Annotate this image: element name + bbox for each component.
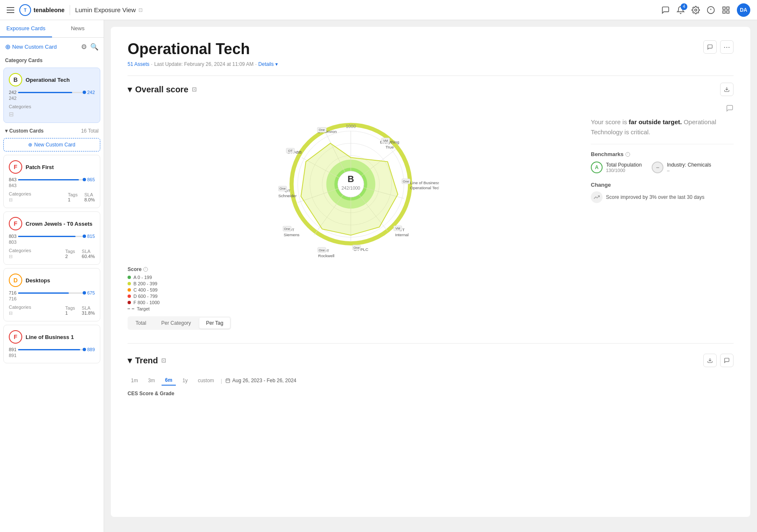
legend-f: F 800 - 1000 <box>128 300 574 305</box>
card-name-cj: Crown Jewels - T0 Assets <box>26 221 92 227</box>
legend-dot-c <box>128 288 131 292</box>
score-current-pf: 865 <box>87 177 95 182</box>
svg-text:Internal: Internal <box>395 232 408 237</box>
logo-text: tenableone <box>34 7 65 13</box>
notification-badge: 4 <box>681 3 687 10</box>
chat-icon-btn[interactable] <box>661 6 670 14</box>
tab-total[interactable]: Total <box>129 318 153 329</box>
time-btn-6m[interactable]: 6m <box>162 376 175 386</box>
new-custom-card-link[interactable]: ⊕ New Custom Card <box>5 43 57 51</box>
download-trend-button[interactable] <box>703 354 717 367</box>
svg-text:One: One <box>353 246 360 250</box>
score-prev-desktops: 716 <box>9 290 16 295</box>
tab-exposure-cards[interactable]: Exposure Cards <box>0 20 52 37</box>
time-btn-1y[interactable]: 1y <box>179 376 191 385</box>
feedback-icon[interactable] <box>726 104 734 114</box>
legend-b: B 200 - 399 <box>128 281 574 286</box>
header-actions: ⋯ <box>703 40 734 54</box>
new-custom-card-button[interactable]: ⊕ New Custom Card <box>3 138 100 151</box>
edit-title-icon[interactable]: ⊡ <box>138 7 143 13</box>
search-sidebar-icon[interactable]: 🔍 <box>90 43 99 51</box>
sidebar-card-patch-first[interactable]: F Patch First 843 865 843 Categories ⊟ <box>3 155 100 208</box>
svg-text:One: One <box>284 227 290 231</box>
tags-val-cj: 2 <box>65 254 75 259</box>
tenable-logo-icon: T <box>19 4 31 16</box>
radar-chart: B 242/1000 1000 OT Omron One Everything <box>263 104 439 260</box>
tab-per-category[interactable]: Per Category <box>154 318 198 329</box>
legend-dot-b <box>128 282 131 285</box>
tab-news[interactable]: News <box>52 20 104 37</box>
svg-text:Rockwell: Rockwell <box>318 253 334 258</box>
tags-val-pf: 1 <box>68 197 78 202</box>
assets-link[interactable]: 51 Assets <box>128 61 149 67</box>
settings-icon-btn[interactable] <box>692 6 700 14</box>
main-inner: Operational Tech ⋯ 51 Assets · Last Upda… <box>111 27 750 517</box>
card-name-lob1: Line of Business 1 <box>26 334 74 340</box>
trend-controls: 1m 3m 6m 1y custom | Aug 26, 2023 - Feb … <box>128 376 734 386</box>
svg-text:1000: 1000 <box>346 124 356 129</box>
tab-per-tag[interactable]: Per Tag <box>199 318 230 329</box>
download-overall-button[interactable] <box>720 83 734 96</box>
user-avatar[interactable]: DA <box>737 3 750 17</box>
main-layout: Exposure Cards News ⊕ New Custom Card ⚙ … <box>0 20 757 532</box>
card-grade-patch-first: F <box>9 160 22 174</box>
logo: T tenableone <box>19 4 65 16</box>
svg-text:One: One <box>319 248 325 252</box>
filter-icon-desktops: ⊟ <box>9 310 31 316</box>
svg-rect-8 <box>723 10 726 13</box>
export-icon-overall[interactable]: ⊡ <box>192 86 197 93</box>
sidebar-card-desktops[interactable]: D Desktops 716 675 716 Categories ⊟ <box>3 268 100 321</box>
notifications-icon-btn[interactable]: 4 <box>676 6 685 14</box>
svg-text:OT: OT <box>288 149 292 153</box>
hamburger-menu[interactable] <box>7 7 14 13</box>
sidebar: Exposure Cards News ⊕ New Custom Card ⚙ … <box>0 20 104 532</box>
time-btn-custom[interactable]: custom <box>194 376 217 385</box>
trend-section: ▾ Trend ⊡ 1m 3m <box>128 354 734 396</box>
legend-items: A 0 - 199 B 200 - 399 C 400 - 599 <box>128 275 574 311</box>
sidebar-card-lob1[interactable]: F Line of Business 1 891 889 891 <box>3 325 100 363</box>
tags-label-cj: Tags <box>65 249 75 254</box>
change-title: Change <box>591 182 734 188</box>
categories-label-desktops: Categories <box>9 305 31 310</box>
legend-target-label: Target <box>137 306 150 311</box>
details-link[interactable]: Details ▾ <box>258 61 278 67</box>
svg-text:One: One <box>403 180 409 183</box>
trend-section-header: ▾ Trend ⊡ <box>128 354 734 367</box>
chart-area: B 242/1000 1000 OT Omron One Everything <box>128 104 574 336</box>
alert-icon-btn[interactable] <box>707 6 715 14</box>
time-btn-3m[interactable]: 3m <box>145 376 159 385</box>
export-icon-trend[interactable]: ⊡ <box>161 357 166 364</box>
filter-icon-pf: ⊟ <box>9 197 31 203</box>
legend-dashed-target <box>128 308 134 309</box>
svg-text:242/1000: 242/1000 <box>342 185 360 190</box>
card-name-operational-tech: Operational Tech <box>26 77 70 83</box>
sidebar-actions: ⊕ New Custom Card ⚙ 🔍 <box>0 38 104 54</box>
legend-label-c: C 400 - 599 <box>133 287 157 292</box>
sidebar-card-crown-jewels[interactable]: F Crown Jewels - T0 Assets 803 815 803 C… <box>3 211 100 265</box>
chevron-down-trend: ▾ <box>128 355 132 365</box>
overall-score-content: B 242/1000 1000 OT Omron One Everything <box>128 104 734 336</box>
comment-button[interactable] <box>703 40 717 54</box>
score-current-cj: 815 <box>87 234 95 239</box>
grid-icon-btn[interactable] <box>722 6 730 14</box>
svg-text:T: T <box>24 8 26 13</box>
settings-sidebar-icon[interactable]: ⚙ <box>81 43 87 51</box>
category-cards-header: Category Cards <box>0 54 104 66</box>
time-btn-1m[interactable]: 1m <box>128 376 141 385</box>
legend-a: A 0 - 199 <box>128 275 574 280</box>
page-title: Operational Tech <box>128 40 250 58</box>
comment-trend-button[interactable] <box>720 354 734 367</box>
score-legend-title: Score <box>128 266 574 272</box>
score-track <box>18 92 85 93</box>
change-text: Score improved by 3% over the last 30 da… <box>606 194 705 200</box>
categories-label-pf: Categories <box>9 191 31 196</box>
legend-dot-a <box>128 276 131 279</box>
card-grade-operational-tech: B <box>9 73 22 86</box>
legend-target: Target <box>128 306 574 311</box>
svg-text:Schneider: Schneider <box>278 193 297 198</box>
more-options-button[interactable]: ⋯ <box>720 40 734 54</box>
sidebar-action-icons: ⚙ 🔍 <box>81 43 99 51</box>
radar-svg: B 242/1000 1000 OT Omron One Everything <box>263 104 439 260</box>
sidebar-card-operational-tech[interactable]: B Operational Tech 242 242 242 Categorie… <box>3 68 100 123</box>
sla-val-desktops: 31.8% <box>82 310 95 316</box>
